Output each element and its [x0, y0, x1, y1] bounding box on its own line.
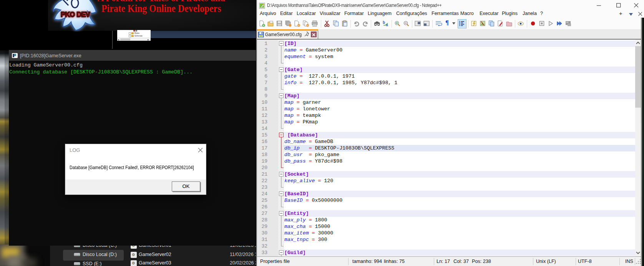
svg-text:b: b [383, 20, 385, 25]
